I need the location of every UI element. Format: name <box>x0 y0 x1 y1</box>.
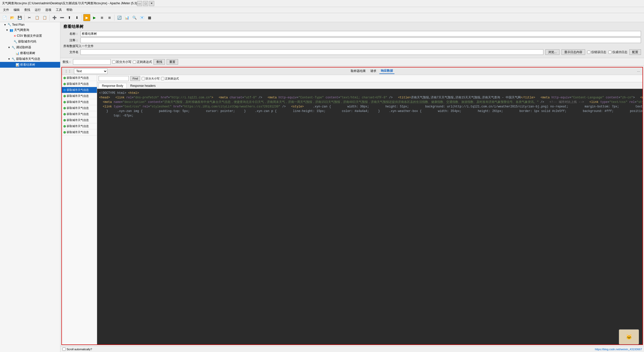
menu-tools[interactable]: 工具 <box>54 7 64 13</box>
right-search-input[interactable] <box>99 76 129 81</box>
code-line: } <box>237 109 246 113</box>
content-toolbar: ⋮⋮ Text RegExp Tester CSS/JQuery Tester … <box>62 67 642 75</box>
list-item[interactable]: 获取城市天气信息 <box>62 81 97 87</box>
response-body-tab[interactable]: Response Body <box>99 83 127 89</box>
right-regex-check[interactable] <box>161 77 164 80</box>
tree-get-city[interactable]: ▶ 🔧 获取城市代码 <box>0 39 60 45</box>
tree-weather-query[interactable]: ▼ 👥 天气网查询 <box>0 27 60 33</box>
cut-btn[interactable]: ✂ <box>26 14 33 21</box>
find-btn[interactable]: 查找 <box>153 59 165 65</box>
show-log-btn[interactable]: 显示日志内容 <box>561 49 585 55</box>
request-tab[interactable]: 请求 <box>369 68 378 74</box>
name-input[interactable] <box>80 31 641 36</box>
sep4 <box>114 15 114 21</box>
open-btn[interactable]: 📂 <box>9 14 16 21</box>
list-item[interactable]: 获取城市天气信息 <box>62 99 97 105</box>
status-icon <box>63 131 66 134</box>
code-line: <!-- 城市对比上线 --> <box>546 100 584 104</box>
list-item[interactable]: 获取城市天气信息 <box>62 93 97 99</box>
list-item-label: 获取城市天气信息 <box>67 100 89 104</box>
right-search-bar: Find 区分大小写 正则表达式 <box>97 75 642 82</box>
response-data-tab[interactable]: 响应数据 <box>379 68 394 74</box>
debug-icon: 🔧 <box>12 46 15 49</box>
menu-search[interactable]: 查找 <box>22 7 32 13</box>
comment-input[interactable] <box>80 37 641 43</box>
new-btn[interactable]: 📄 <box>1 14 8 21</box>
debug-label: 调试取样器 <box>16 45 31 50</box>
tree-debug[interactable]: ▼ 🔧 调试取样器 <box>0 45 60 50</box>
response-headers-tab[interactable]: Response headers <box>127 83 159 89</box>
err-log-check[interactable] <box>587 51 590 54</box>
tree-test-plan[interactable]: ▼ 🔧 Test Plan <box>0 22 60 27</box>
minimize-btn[interactable]: — <box>137 1 142 6</box>
move-up-btn[interactable]: ⬆ <box>66 14 73 21</box>
maximize-btn[interactable]: □ <box>143 1 148 6</box>
reset-btn[interactable]: 重置 <box>167 59 178 65</box>
close-btn[interactable]: ✕ <box>149 1 154 6</box>
menu-bar: 文件 编辑 查找 运行 选项 工具 帮助 <box>0 7 644 13</box>
sampler-result-tab[interactable]: 取样器结果 <box>349 68 367 74</box>
list-item[interactable]: 获取城市天气信息 <box>62 75 97 81</box>
tree-view-result1[interactable]: ▶ 📊 察看结果树 <box>0 50 60 56</box>
scroll-auto-check[interactable] <box>62 347 66 351</box>
play-no-pause-btn[interactable]: ▶ <box>91 14 98 21</box>
code-line: <!DOCTYPE html> <box>99 91 126 95</box>
aggregate-btn[interactable]: 📊 <box>123 14 130 21</box>
email-btn[interactable]: 📧 <box>138 14 145 21</box>
remove-btn[interactable]: ➖ <box>58 14 65 21</box>
status-icon <box>63 89 66 91</box>
stop-btn[interactable]: ⏹ <box>98 14 105 21</box>
list-item[interactable]: 获取城市天气信息 <box>62 123 97 129</box>
search-input[interactable] <box>73 59 111 65</box>
test-plan-toggle[interactable]: ▼ <box>4 23 7 26</box>
browse-btn[interactable]: 浏览... <box>545 49 559 55</box>
file-row: 所有数据写入一个文件 <box>63 44 641 48</box>
list-item[interactable]: 获取城市天气信息 <box>62 117 97 123</box>
status-icon <box>63 125 66 128</box>
menu-run[interactable]: 运行 <box>33 7 43 13</box>
right-find-btn[interactable]: Find <box>130 76 140 81</box>
code-tabs: Response Body Response headers <box>97 82 642 89</box>
debug-toggle[interactable]: ▼ <box>8 46 11 49</box>
config-btn[interactable]: 配置 <box>629 49 641 55</box>
menu-options[interactable]: 选项 <box>43 7 53 13</box>
weather-info-toggle[interactable]: ▼ <box>8 58 11 60</box>
code-line: line-height: 15px; <box>278 109 326 113</box>
right-panel: 察看结果树 名称： 注释： 所有数据写入一个文件 文件名 浏览... 显示日志内… <box>60 22 644 352</box>
add-btn[interactable]: ➕ <box>51 14 58 21</box>
play-btn[interactable]: ▶ <box>83 14 90 21</box>
right-case-check[interactable] <box>142 77 145 80</box>
menu-edit[interactable]: 编辑 <box>12 7 22 13</box>
list-item[interactable]: 获取城市天气信息 <box>62 129 97 135</box>
code-line: border: 1px solid #c2e5ff; <box>505 109 567 113</box>
menu-help[interactable]: 帮助 <box>64 7 74 13</box>
code-content[interactable]: <!DOCTYPE html> <html> <head> <link rel=… <box>97 89 642 344</box>
copy-btn[interactable]: 📋 <box>33 14 41 21</box>
weather-toggle[interactable]: ▼ <box>6 29 9 31</box>
tree-view-result2[interactable]: ▶ 📊 察看结果树 <box>0 62 60 68</box>
name-label: 名称： <box>63 32 78 36</box>
refresh-btn[interactable]: 🔄 <box>116 14 123 21</box>
test-plan-label: Test Plan <box>12 23 24 26</box>
case-check[interactable] <box>112 60 115 64</box>
code-line: <link rel="dns-prefetch" href="http://i.… <box>112 96 213 99</box>
search-toolbar: 查找： 区分大小写 正则表达式 查找 重置 <box>60 58 644 66</box>
list-item-selected[interactable]: 获取城市天气信息 <box>62 87 97 93</box>
tree-get-weather[interactable]: ▼ 🔧 获取城市天气信息 <box>0 56 60 62</box>
paste-btn[interactable]: 📋 <box>41 14 48 21</box>
grid-btn[interactable]: ▦ <box>146 14 153 21</box>
menu-file[interactable]: 文件 <box>1 7 11 13</box>
stop-all-btn[interactable]: ⏹ <box>106 14 113 21</box>
list-item[interactable]: 获取城市天气信息 <box>62 105 97 111</box>
success-log-check[interactable] <box>608 51 612 54</box>
code-line: height: 51px; <box>371 105 409 108</box>
tree-csv-setting[interactable]: ▶ ✕ CSV 数据文件设置 <box>0 33 60 39</box>
csdn-link[interactable]: https://blog.csdn.net/weixin_43193667 <box>595 348 642 351</box>
format-select[interactable]: Text RegExp Tester CSS/JQuery Tester XPa… <box>74 68 107 74</box>
save-btn[interactable]: 💾 <box>16 14 23 21</box>
move-down-btn[interactable]: ⬇ <box>73 14 80 21</box>
analyze-btn[interactable]: 🔍 <box>131 14 138 21</box>
list-item[interactable]: 获取城市天气信息 <box>62 111 97 117</box>
regex-check[interactable] <box>133 60 136 64</box>
filename-input[interactable] <box>80 49 543 55</box>
